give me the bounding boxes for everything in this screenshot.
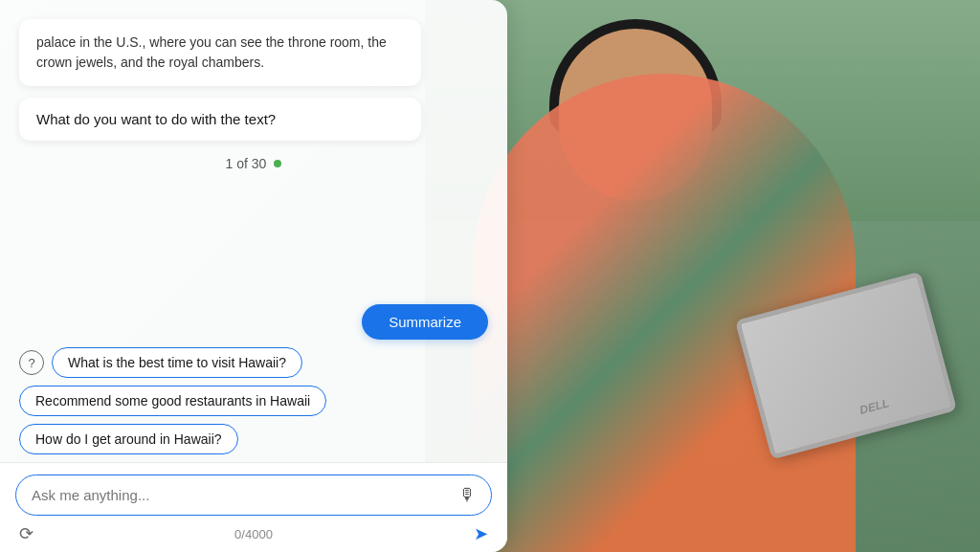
counter-row: 1 of 30 bbox=[19, 152, 488, 175]
chat-scroll: palace in the U.S., where you can see th… bbox=[0, 0, 507, 304]
counter-label: 1 of 30 bbox=[226, 156, 267, 171]
input-footer: ⟳ 0/4000 ➤ bbox=[15, 523, 492, 544]
suggestion-chip-2[interactable]: Recommend some good restaurants in Hawai… bbox=[19, 386, 326, 416]
suggestion-row-1: ? What is the best time to visit Hawaii? bbox=[19, 347, 302, 378]
summarize-row: Summarize bbox=[0, 304, 507, 340]
suggestion-row-3: How do I get around in Hawaii? bbox=[19, 424, 238, 454]
previous-message-text: palace in the U.S., where you can see th… bbox=[36, 34, 387, 70]
question-text: What do you want to do with the text? bbox=[36, 111, 276, 127]
chat-input[interactable] bbox=[32, 487, 458, 503]
input-area: 🎙 ⟳ 0/4000 ➤ bbox=[0, 462, 507, 552]
question-icon: ? bbox=[19, 350, 44, 375]
char-count: 0/4000 bbox=[234, 527, 273, 541]
scan-icon[interactable]: ⟳ bbox=[19, 523, 33, 544]
suggestion-row-2: Recommend some good restaurants in Hawai… bbox=[19, 386, 326, 416]
summarize-button[interactable]: Summarize bbox=[362, 304, 488, 340]
person-photo: DELL bbox=[425, 0, 980, 552]
suggestions-area: ? What is the best time to visit Hawaii?… bbox=[0, 340, 507, 462]
status-dot bbox=[274, 160, 281, 167]
suggestion-chip-1[interactable]: What is the best time to visit Hawaii? bbox=[52, 347, 302, 378]
question-bubble: What do you want to do with the text? bbox=[19, 98, 421, 141]
input-row: 🎙 bbox=[15, 475, 492, 516]
send-icon[interactable]: ➤ bbox=[474, 523, 488, 544]
chat-panel: palace in the U.S., where you can see th… bbox=[0, 0, 507, 552]
previous-message-bubble: palace in the U.S., where you can see th… bbox=[19, 19, 421, 86]
mic-icon[interactable]: 🎙 bbox=[458, 485, 476, 505]
suggestion-chip-3[interactable]: How do I get around in Hawaii? bbox=[19, 424, 238, 454]
